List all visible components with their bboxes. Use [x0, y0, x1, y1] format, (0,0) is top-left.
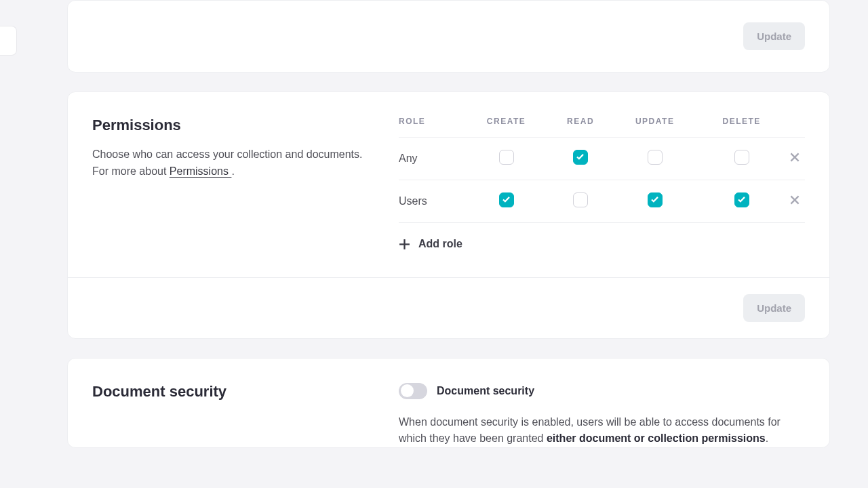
permissions-description: Choose who can access your collection an… [92, 146, 372, 180]
document-security-description: When document security is enabled, users… [399, 414, 805, 448]
col-role: ROLE [399, 117, 462, 138]
permissions-table: ROLE CREATE READ UPDATE DELETE AnyUsers [399, 117, 805, 223]
card-document-security: Document security Document security When… [67, 358, 830, 449]
document-security-toggle[interactable] [399, 383, 427, 399]
add-role-button[interactable]: Add role [399, 223, 462, 250]
permission-checkbox[interactable] [573, 192, 588, 207]
update-button[interactable]: Update [743, 294, 805, 322]
col-delete: DELETE [698, 117, 785, 138]
col-update: UPDATE [611, 117, 698, 138]
remove-row-button[interactable] [789, 151, 801, 163]
permission-checkbox[interactable] [499, 150, 514, 165]
role-name: Users [399, 180, 462, 223]
role-name: Any [399, 138, 462, 180]
card-permissions: Permissions Choose who can access your c… [67, 92, 830, 339]
docsec-desc-strong: either document or collection permission… [547, 432, 766, 444]
permission-checkbox[interactable] [573, 150, 588, 165]
permissions-footer: Update [68, 277, 829, 338]
permissions-title: Permissions [92, 117, 372, 134]
col-read: READ [550, 117, 611, 138]
permissions-table-row: Any [399, 138, 805, 180]
add-role-label: Add role [418, 238, 462, 250]
permission-checkbox[interactable] [648, 150, 663, 165]
document-security-toggle-row: Document security [399, 383, 805, 399]
remove-row-button[interactable] [789, 194, 801, 206]
permissions-table-row: Users [399, 180, 805, 223]
toggle-knob [401, 384, 414, 397]
card-top-partial: Update [67, 0, 830, 73]
permission-checkbox[interactable] [499, 192, 514, 207]
permissions-link[interactable]: Permissions [170, 165, 232, 177]
document-security-title: Document security [92, 383, 372, 401]
col-remove [785, 117, 805, 138]
plus-icon [399, 239, 410, 250]
permission-checkbox[interactable] [648, 192, 663, 207]
permission-checkbox[interactable] [734, 192, 749, 207]
document-security-toggle-label: Document security [437, 385, 534, 397]
col-create: CREATE [462, 117, 550, 138]
update-button[interactable]: Update [743, 22, 805, 50]
sidebar-collapsed-stub[interactable] [0, 26, 17, 56]
card-top-footer: Update [68, 1, 829, 72]
permission-checkbox[interactable] [734, 150, 749, 165]
